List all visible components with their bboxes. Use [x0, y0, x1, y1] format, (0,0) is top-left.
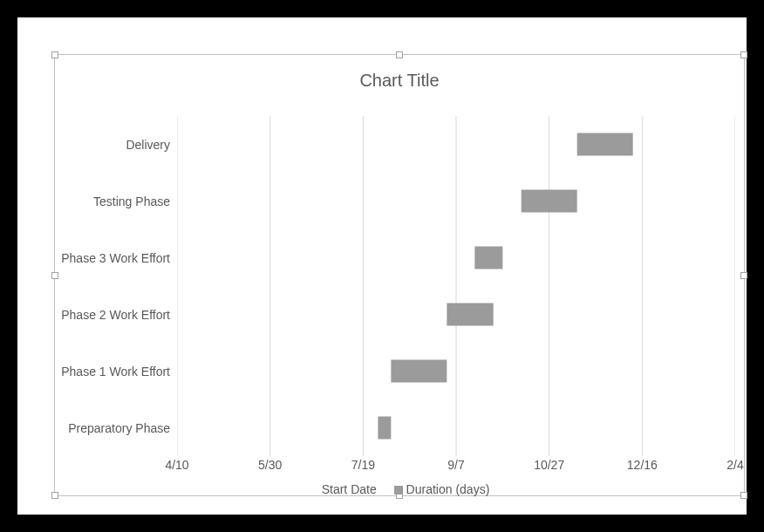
bar-delivery[interactable]	[577, 133, 633, 156]
bar-testing[interactable]	[522, 190, 577, 213]
plot-svg	[177, 116, 735, 456]
bar-phase1[interactable]	[391, 360, 447, 383]
y-axis[interactable]: Preparatory Phase Phase 1 Work Effort Ph…	[55, 116, 170, 456]
resize-handle-tl[interactable]	[51, 51, 58, 58]
chart-object-frame[interactable]: Chart Title Preparatory Phase Phase 1 Wo…	[54, 54, 745, 496]
x-tick-label: 12/16	[627, 458, 658, 472]
y-tick-label: Testing Phase	[55, 194, 170, 208]
y-tick-label: Delivery	[55, 138, 170, 152]
legend-item-duration[interactable]: Duration (days)	[394, 482, 490, 496]
x-axis[interactable]: 4/10 5/30 7/19 9/7 10/27 12/16 2/4	[177, 458, 735, 475]
x-tick-label: 2/4	[726, 458, 743, 472]
series-duration[interactable]	[378, 133, 632, 440]
x-tick-label: 9/7	[447, 458, 464, 472]
page: Chart Title Preparatory Phase Phase 1 Wo…	[17, 17, 747, 515]
legend-label: Duration (days)	[406, 482, 490, 496]
legend-swatch-duration	[394, 486, 403, 494]
chart-title[interactable]: Chart Title	[55, 55, 744, 100]
y-tick-label: Phase 2 Work Effort	[55, 308, 170, 322]
y-tick-label: Phase 3 Work Effort	[55, 251, 170, 265]
legend-label: Start Date	[322, 482, 377, 496]
resize-handle-tr[interactable]	[740, 51, 747, 58]
resize-handle-t[interactable]	[396, 51, 403, 58]
bar-phase3[interactable]	[474, 247, 502, 269]
bar-phase2[interactable]	[447, 304, 493, 326]
y-tick-label: Phase 1 Work Effort	[55, 365, 170, 379]
y-tick-label: Preparatory Phase	[55, 421, 170, 435]
x-tick-label: 5/30	[258, 458, 282, 472]
legend-item-start[interactable]: Start Date	[310, 482, 377, 496]
x-tick-label: 4/10	[165, 458, 188, 472]
gridlines	[177, 116, 735, 456]
plot-area[interactable]	[177, 116, 735, 456]
x-tick-label: 10/27	[534, 458, 564, 472]
x-tick-label: 7/19	[351, 458, 375, 472]
bar-preparatory[interactable]	[378, 417, 391, 440]
legend[interactable]: Start Date Duration (days)	[55, 482, 744, 496]
resize-handle-r[interactable]	[740, 272, 747, 279]
legend-swatch-start	[310, 486, 318, 494]
